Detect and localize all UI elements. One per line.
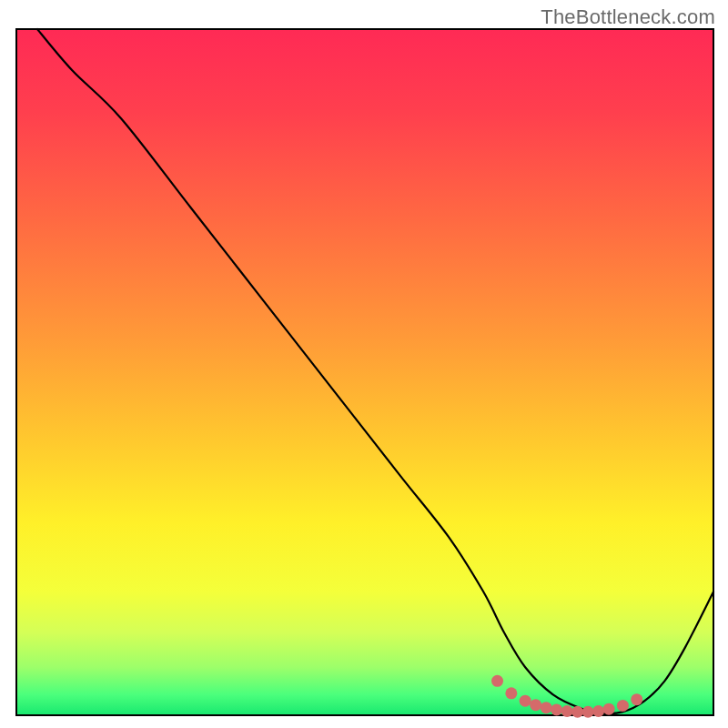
marker-dot <box>603 703 615 715</box>
marker-dot <box>551 703 562 715</box>
marker-dot <box>582 706 594 718</box>
marker-dot <box>505 687 517 699</box>
marker-dot <box>530 699 541 711</box>
plot-background <box>16 29 713 715</box>
marker-dot <box>561 705 573 717</box>
marker-dot <box>631 693 642 705</box>
marker-dot <box>571 706 583 718</box>
marker-dot <box>520 695 531 707</box>
marker-dot <box>592 705 604 717</box>
marker-dot <box>617 700 629 712</box>
marker-dot <box>491 675 503 687</box>
marker-dot <box>541 702 552 713</box>
bottleneck-chart <box>0 0 728 728</box>
